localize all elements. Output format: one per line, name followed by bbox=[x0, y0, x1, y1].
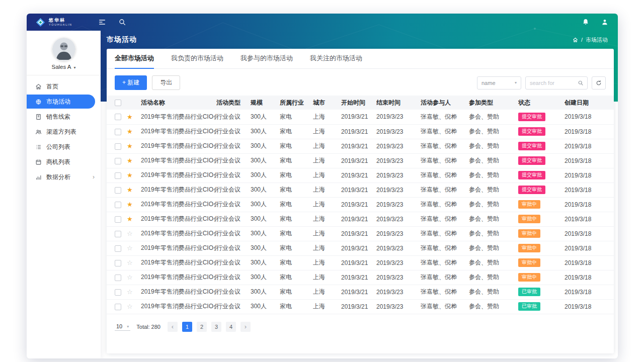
cell-industry: 家电 bbox=[280, 255, 313, 270]
cell-participants: 张嘉敏、倪桦 bbox=[421, 255, 469, 270]
row-checkbox[interactable] bbox=[115, 289, 121, 296]
star-filled-icon[interactable]: ★ bbox=[127, 128, 133, 135]
sidebar-item-company-list[interactable]: 公司列表 bbox=[27, 140, 101, 154]
tab-my-participated-activities[interactable]: 我参与的市场活动 bbox=[240, 49, 293, 69]
cell-activity-name[interactable]: 2019年零售消费品行业CIO会议 bbox=[141, 153, 216, 168]
user-icon[interactable] bbox=[601, 18, 609, 26]
sidebar-item-market-activities[interactable]: 市场活动 bbox=[27, 95, 95, 109]
cell-start-time: 2019/3/21 bbox=[341, 183, 376, 197]
cell-start-time: 2019/3/21 bbox=[341, 139, 376, 153]
row-checkbox[interactable] bbox=[115, 202, 121, 208]
cell-activity-name[interactable]: 2019年零售消费品行业CIO会议 bbox=[141, 285, 216, 299]
sidebar-item-data-analysis[interactable]: 数据分析 › bbox=[27, 170, 101, 184]
search-input[interactable] bbox=[530, 80, 578, 86]
star-filled-icon[interactable]: ★ bbox=[127, 215, 133, 223]
page-button-4[interactable]: 4 bbox=[226, 322, 236, 332]
cell-scale: 300人 bbox=[251, 299, 280, 314]
sidebar-item-opportunity-list[interactable]: 商机列表 bbox=[27, 155, 101, 169]
next-page-button[interactable]: › bbox=[240, 322, 251, 332]
cell-activity-name[interactable]: 2019年零售消费品行业CIO会议 bbox=[141, 270, 216, 285]
star-filled-icon[interactable]: ★ bbox=[127, 157, 133, 164]
table-row: ★2019年零售消费品行业CIO会议行业会议300人家电上海2019/3/212… bbox=[107, 124, 614, 139]
cell-end-time: 2019/3/23 bbox=[376, 139, 421, 153]
star-outline-icon[interactable]: ☆ bbox=[127, 230, 133, 237]
cell-activity-name[interactable]: 2019年零售消费品行业CIO会议 bbox=[141, 226, 216, 241]
sidebar-item-channel-list[interactable]: 渠道方列表 bbox=[27, 125, 101, 139]
cell-activity-name[interactable]: 2019年零售消费品行业CIO会议 bbox=[141, 299, 216, 314]
row-checkbox[interactable] bbox=[115, 245, 121, 252]
table-row: ☆2019年零售消费品行业CIO会议行业会议300人家电上海2019/3/212… bbox=[107, 226, 614, 241]
page-size-select[interactable]: 10 ▾ bbox=[115, 322, 130, 331]
menu-fold-icon[interactable] bbox=[98, 18, 106, 26]
page-button-2[interactable]: 2 bbox=[197, 322, 207, 332]
cell-activity-name[interactable]: 2019年零售消费品行业CIO会议 bbox=[141, 183, 216, 197]
prev-page-button[interactable]: ‹ bbox=[168, 322, 178, 332]
export-button[interactable]: 导出 bbox=[152, 75, 180, 90]
sidebar-item-sales-leads[interactable]: 销售线索 bbox=[27, 110, 101, 124]
row-checkbox[interactable] bbox=[115, 216, 121, 223]
search-icon[interactable] bbox=[578, 80, 584, 86]
row-checkbox[interactable] bbox=[115, 158, 121, 164]
filter-field-select[interactable]: name ▾ bbox=[477, 76, 521, 89]
cell-join-type: 参会、赞助 bbox=[469, 183, 518, 197]
star-filled-icon[interactable]: ★ bbox=[127, 142, 133, 150]
cell-activity-name[interactable]: 2019年零售消费品行业CIO会议 bbox=[141, 168, 216, 183]
cell-activity-type: 行业会议 bbox=[216, 197, 251, 212]
star-outline-icon[interactable]: ☆ bbox=[127, 259, 133, 266]
cell-join-type: 参会、赞助 bbox=[469, 270, 518, 285]
cell-start-time: 2019/3/21 bbox=[341, 153, 376, 168]
page-button-3[interactable]: 3 bbox=[211, 322, 221, 332]
cell-scale: 300人 bbox=[251, 270, 280, 285]
row-checkbox[interactable] bbox=[115, 172, 121, 179]
row-checkbox[interactable] bbox=[115, 114, 121, 120]
star-outline-icon[interactable]: ☆ bbox=[127, 303, 133, 310]
cell-city: 上海 bbox=[313, 139, 341, 153]
sidebar-item-home[interactable]: 首页 bbox=[27, 79, 101, 94]
cell-start-time: 2019/3/21 bbox=[341, 212, 376, 226]
breadcrumb-current[interactable]: 市场活动 bbox=[586, 36, 608, 44]
tab-my-followed-activities[interactable]: 我关注的市场活动 bbox=[310, 49, 362, 69]
cell-activity-name[interactable]: 2019年零售消费品行业CIO会议 bbox=[141, 212, 216, 226]
star-outline-icon[interactable]: ☆ bbox=[127, 274, 133, 281]
new-button[interactable]: + 新建 bbox=[115, 75, 147, 90]
row-checkbox[interactable] bbox=[115, 129, 121, 135]
tab-my-responsible-activities[interactable]: 我负责的市场活动 bbox=[171, 49, 223, 69]
refresh-button[interactable] bbox=[592, 76, 606, 89]
row-checkbox[interactable] bbox=[115, 275, 121, 281]
row-checkbox[interactable] bbox=[115, 187, 121, 194]
row-checkbox[interactable] bbox=[115, 231, 121, 237]
status-badge: 审批中 bbox=[518, 215, 540, 223]
star-filled-icon[interactable]: ★ bbox=[127, 171, 133, 179]
cell-activity-name[interactable]: 2019年零售消费品行业CIO会议 bbox=[141, 139, 216, 153]
cell-activity-name[interactable]: 2019年零售消费品行业CIO会议 bbox=[141, 241, 216, 255]
cell-activity-name[interactable]: 2019年零售消费品行业CIO会议 bbox=[141, 110, 216, 124]
cell-activity-name[interactable]: 2019年零售消费品行业CIO会议 bbox=[141, 255, 216, 270]
cell-industry: 家电 bbox=[280, 153, 313, 168]
cell-created-date: 2019/3/18 bbox=[565, 255, 614, 270]
tab-all-activities[interactable]: 全部市场活动 bbox=[115, 49, 154, 69]
cell-activity-name[interactable]: 2019年零售消费品行业CIO会议 bbox=[141, 124, 216, 139]
cell-activity-type: 行业会议 bbox=[216, 168, 251, 183]
row-checkbox[interactable] bbox=[115, 260, 121, 266]
cell-created-date: 2019/3/18 bbox=[565, 270, 614, 285]
select-all-checkbox[interactable] bbox=[115, 100, 121, 106]
column-header-industry: 所属行业 bbox=[280, 96, 313, 110]
cell-activity-name[interactable]: 2019年零售消费品行业CIO会议 bbox=[141, 197, 216, 212]
row-checkbox[interactable] bbox=[115, 143, 121, 150]
row-checkbox[interactable] bbox=[115, 304, 121, 310]
star-filled-icon[interactable]: ★ bbox=[127, 186, 133, 194]
cell-join-type: 参会、赞助 bbox=[469, 110, 518, 124]
avatar[interactable] bbox=[52, 38, 75, 61]
home-icon[interactable] bbox=[573, 37, 578, 43]
cell-city: 上海 bbox=[313, 197, 341, 212]
user-menu[interactable]: Sales A▾ bbox=[27, 64, 101, 70]
page-button-1[interactable]: 1 bbox=[182, 322, 192, 332]
star-outline-icon[interactable]: ☆ bbox=[127, 244, 133, 252]
star-outline-icon[interactable]: ☆ bbox=[127, 288, 133, 296]
search-icon[interactable] bbox=[118, 18, 126, 26]
status-badge: 提交审批 bbox=[518, 142, 545, 150]
star-filled-icon[interactable]: ★ bbox=[127, 201, 133, 208]
star-filled-icon[interactable]: ★ bbox=[127, 113, 133, 121]
cell-join-type: 参会、赞助 bbox=[469, 299, 518, 314]
bell-icon[interactable] bbox=[582, 18, 590, 26]
